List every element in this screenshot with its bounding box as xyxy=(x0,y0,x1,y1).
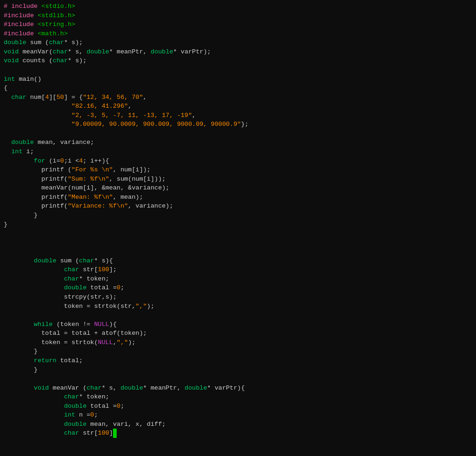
code-line xyxy=(0,374,476,384)
code-line: #include <stdlib.h> xyxy=(0,11,476,20)
code-line: double mean, variance; xyxy=(0,138,476,147)
code-editor[interactable]: # include <stdio.h> #include <stdlib.h> … xyxy=(0,0,476,438)
code-line xyxy=(0,238,476,248)
code-line: printf("Sum: %f\n", sum(num[i])); xyxy=(0,175,476,184)
code-line: for (i=0;i <4; i++){ xyxy=(0,156,476,166)
code-line: } xyxy=(0,211,476,220)
code-line xyxy=(0,247,476,256)
code-line: void counts (char* s); xyxy=(0,56,476,65)
code-line: double sum (char* s){ xyxy=(0,256,476,266)
code-line: void meanVar (char* s, double* meanPtr, … xyxy=(0,384,476,393)
code-line: char num[4][50] = {"12, 34, 56, 70", xyxy=(0,93,476,102)
code-line: meanVar(num[i], &mean, &variance); xyxy=(0,183,476,193)
code-line: "2, -3, 5, -7, 11, -13, 17, -19", xyxy=(0,111,476,120)
code-line: } xyxy=(0,347,476,356)
code-line: double total =0; xyxy=(0,283,476,293)
code-line: void meanVar(char* s, double* meanPtr, d… xyxy=(0,47,476,57)
code-line: printf("Mean: %f\n", mean); xyxy=(0,193,476,202)
code-line: printf ("For %s \n", num[i]); xyxy=(0,165,476,175)
code-line: token = strtok(NULL,","); xyxy=(0,338,476,347)
code-line: double total =0; xyxy=(0,402,476,411)
code-line: char str[100]; xyxy=(0,265,476,274)
code-line: strcpy(str,s); xyxy=(0,293,476,302)
code-line: char str[100] xyxy=(0,429,476,438)
code-line: { xyxy=(0,84,476,93)
code-line: #include <string.h> xyxy=(0,20,476,29)
code-line: while (token != NULL){ xyxy=(0,320,476,329)
code-line: return total; xyxy=(0,356,476,365)
code-line: int n =0; xyxy=(0,410,476,420)
code-line: double mean, vari, x, diff; xyxy=(0,420,476,429)
code-line: printf("Variance: %f\n", variance); xyxy=(0,202,476,211)
code-line xyxy=(0,65,476,75)
code-line xyxy=(0,129,476,138)
code-line xyxy=(0,229,476,238)
code-line: int i; xyxy=(0,147,476,156)
code-line: total = total + atof(token); xyxy=(0,329,476,338)
code-line: } xyxy=(0,365,476,375)
code-line: char* token; xyxy=(0,392,476,402)
code-line: } xyxy=(0,220,476,229)
code-line: char* token; xyxy=(0,274,476,284)
code-line: "9.00009, 90.0009, 900.009, 9000.09, 900… xyxy=(0,120,476,129)
code-line: double sum (char* s); xyxy=(0,38,476,47)
code-line xyxy=(0,311,476,320)
code-line: "82.16, 41.296", xyxy=(0,102,476,111)
code-line: #include <math.h> xyxy=(0,29,476,39)
code-line: # include <stdio.h> xyxy=(0,2,476,11)
code-line: int main() xyxy=(0,75,476,84)
code-line: token = strtok(str,","); xyxy=(0,302,476,311)
